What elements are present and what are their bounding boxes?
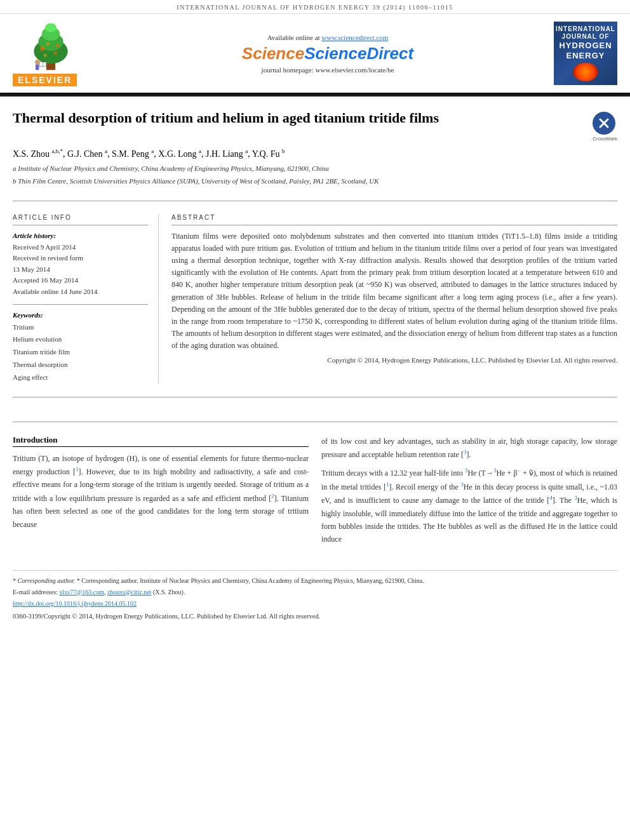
svg-point-10 (35, 60, 39, 64)
svg-rect-11 (36, 64, 39, 70)
accepted-date: Accepted 16 May 2014 (13, 275, 148, 286)
title-section: Thermal desorption of tritium and helium… (0, 97, 630, 148)
keywords-heading: Keywords: (13, 311, 148, 319)
journal-cover-title: INTERNATIONALJOURNAL OFHYDROGENENERGY (556, 25, 615, 60)
corresponding-author-note: * Corresponding author. * Corresponding … (13, 576, 617, 586)
authors-text: X.S. Zhou a,b,*, G.J. Chen a, S.M. Peng … (13, 149, 285, 159)
article-history-heading: Article history: (13, 232, 148, 239)
keywords-list: Tritium Helium evolution Titanium tritid… (13, 321, 148, 384)
introduction-title: Introduction (13, 435, 309, 447)
paper-title: Thermal desorption of tritium and helium… (13, 109, 439, 128)
main-content: Introduction Tritium (T), an isotope of … (0, 422, 630, 564)
available-online-text: Available online at www.sciencedirect.co… (114, 34, 541, 41)
crossmark-icon (593, 112, 615, 135)
received-revised-date: 13 May 2014 (13, 264, 148, 276)
doi-line: http://dx.doi.org/10.1016/j.ijhydene.201… (13, 599, 617, 609)
abstract-panel: Abstract Titanium films were deposited o… (171, 214, 617, 384)
affiliation-a: a Institute of Nuclear Physics and Chemi… (13, 163, 617, 174)
journal-name: International Journal of Hydrogen Energy… (177, 4, 453, 11)
keyword-4: Thermal desorption (13, 359, 148, 371)
crossmark-label: CrossMark (593, 136, 617, 142)
email-link-2[interactable]: zhouxs@citiz.net (107, 589, 151, 596)
journal-cover-area: INTERNATIONALJOURNAL OFHYDROGENENERGY (541, 22, 617, 85)
journal-homepage: journal homepage: www.elsevier.com/locat… (114, 66, 541, 74)
doi-link[interactable]: http://dx.doi.org/10.1016/j.ijhydene.201… (13, 600, 137, 607)
svg-point-4 (45, 23, 57, 32)
crossmark-area: CrossMark (593, 112, 617, 142)
article-info-heading: Article Info (13, 214, 148, 221)
svg-point-6 (56, 44, 59, 47)
affiliation-b: b Thin Film Centre, Scottish Universitie… (13, 176, 617, 187)
issn-line: 0360-3199/Copyright © 2014, Hydrogen Ene… (13, 613, 617, 625)
article-info-panel: Article Info Article history: Received 9… (13, 214, 159, 384)
svg-point-9 (53, 51, 57, 55)
email-link-1[interactable]: xlxs77@163.com (59, 589, 104, 596)
content-right: of its low cost and key advantages, such… (321, 435, 617, 551)
svg-point-8 (43, 53, 46, 57)
elsevier-logo-area: ELSEVIER (13, 20, 114, 86)
sciencedirect-url[interactable]: www.sciencedirect.com (321, 34, 388, 41)
intro-paragraph-1: Tritium (T), an isotope of hydrogen (H),… (13, 452, 309, 531)
email-label: E-mail addresses: (13, 589, 59, 596)
received-revised-label: Received in revised form (13, 253, 148, 264)
divider-1 (13, 201, 617, 201)
keyword-1: Tritium (13, 321, 148, 334)
svg-point-5 (40, 46, 44, 51)
info-abstract-area: Article Info Article history: Received 9… (0, 206, 630, 392)
journal-header: International Journal of Hydrogen Energy… (0, 0, 630, 14)
sciencedirect-logo: ScienceScienceDirect (114, 44, 541, 63)
available-online-date: Available online 14 June 2014 (13, 286, 148, 298)
keyword-2: Helium evolution (13, 333, 148, 346)
sciencedirect-area: Available online at www.sciencedirect.co… (114, 34, 541, 74)
authors-line: X.S. Zhou a,b,*, G.J. Chen a, S.M. Peng … (13, 148, 617, 159)
abstract-text: Titanium films were deposited onto molyb… (171, 230, 617, 352)
abstract-copyright: Copyright © 2014, Hydrogen Energy Public… (171, 356, 617, 364)
intro-paragraph-1-continued: of its low cost and key advantages, such… (321, 435, 617, 462)
email-line: E-mail addresses: xlxs77@163.com, zhouxs… (13, 587, 617, 597)
email-suffix: (X.S. Zhou). (153, 589, 185, 596)
footnotes-area: * Corresponding author. * Corresponding … (13, 570, 617, 625)
abstract-heading: Abstract (171, 214, 617, 221)
keyword-3: Titanium tritide film (13, 346, 148, 359)
journal-cover: INTERNATIONALJOURNAL OFHYDROGENENERGY (554, 22, 617, 85)
content-left: Introduction Tritium (T), an isotope of … (13, 435, 309, 551)
publisher-header: ELSEVIER Available online at www.science… (0, 14, 630, 94)
elsevier-tree-icon (13, 20, 89, 71)
elsevier-wordmark: ELSEVIER (13, 74, 77, 86)
svg-point-7 (46, 43, 50, 46)
intro-paragraph-2: Tritium decays with a 12.32 year half-li… (321, 466, 617, 545)
keyword-5: Aging effect (13, 371, 148, 384)
authors-section: X.S. Zhou a,b,*, G.J. Chen a, S.M. Peng … (0, 148, 630, 196)
journal-cover-image (573, 63, 598, 81)
received-date: Received 9 April 2014 (13, 242, 148, 253)
